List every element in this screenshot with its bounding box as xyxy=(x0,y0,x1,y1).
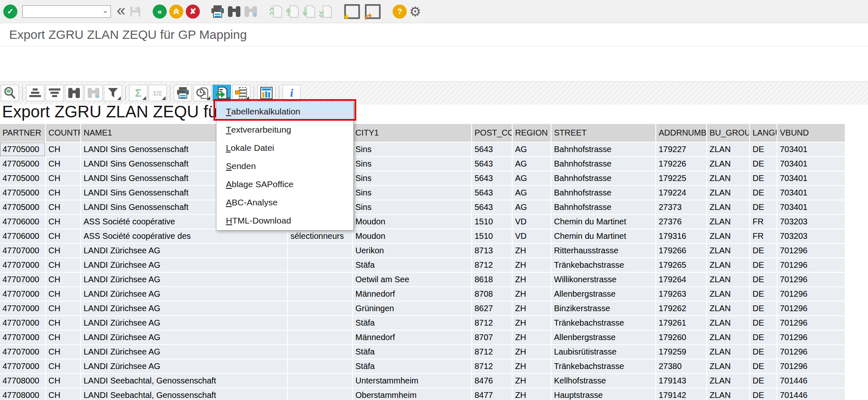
table-cell[interactable]: 179259 xyxy=(656,345,707,359)
table-cell[interactable]: 701296 xyxy=(777,287,845,301)
table-cell[interactable]: ZLAN xyxy=(707,374,750,388)
table-cell[interactable]: ZLAN xyxy=(707,243,750,258)
table-cell[interactable]: DE xyxy=(750,171,777,186)
table-cell[interactable]: ZH xyxy=(512,301,551,316)
table-cell[interactable]: CH xyxy=(46,330,81,345)
table-cell[interactable]: ZLAN xyxy=(707,214,750,229)
table-cell[interactable]: ZLAN xyxy=(707,186,750,200)
table-cell[interactable]: Laubisrütistrasse xyxy=(551,345,656,359)
table-cell[interactable]: AG xyxy=(512,186,551,200)
table-cell[interactable]: DE xyxy=(750,272,777,287)
menu-item-lokale-datei[interactable]: Lokale Datei xyxy=(216,139,353,157)
table-cell[interactable]: CH xyxy=(46,243,81,258)
table-cell[interactable] xyxy=(288,301,352,316)
table-cell[interactable]: 179226 xyxy=(656,157,707,171)
table-cell[interactable]: LANDI Zürichsee AG xyxy=(81,359,288,374)
table-cell[interactable]: 701296 xyxy=(777,330,845,345)
table-cell[interactable]: ZLAN xyxy=(707,388,750,400)
print-button[interactable] xyxy=(211,5,225,19)
table-cell[interactable]: sélectionneurs xyxy=(288,229,352,243)
table-cell[interactable]: Oberstammheim xyxy=(352,388,472,400)
table-cell[interactable]: 47707000 xyxy=(0,359,46,374)
new-session-icon[interactable]: ★ xyxy=(344,4,360,19)
create-shortcut-icon[interactable] xyxy=(365,4,381,19)
table-cell[interactable]: AG xyxy=(512,142,551,157)
table-cell[interactable]: 27376 xyxy=(656,214,707,229)
table-cell[interactable]: Sins xyxy=(352,200,472,214)
column-header[interactable]: ADDRNUMBER xyxy=(656,124,707,142)
table-cell[interactable]: 179224 xyxy=(656,186,707,200)
table-cell[interactable]: 8712 xyxy=(472,345,512,359)
table-cell[interactable]: 8627 xyxy=(472,301,512,316)
column-header[interactable]: PARTNER xyxy=(0,124,46,142)
table-cell[interactable]: Tränkebachstrasse xyxy=(551,316,656,330)
table-cell[interactable]: DE xyxy=(750,316,777,330)
find-next-button[interactable]: + xyxy=(84,85,103,101)
table-cell[interactable]: CH xyxy=(46,345,81,359)
table-cell[interactable]: Oetwil am See xyxy=(352,272,472,287)
table-cell[interactable]: ZH xyxy=(512,330,551,345)
find-button[interactable] xyxy=(65,85,83,101)
table-cell[interactable]: ZLAN xyxy=(707,330,750,345)
help-button[interactable]: ? xyxy=(393,5,407,19)
table-cell[interactable]: 47705000 xyxy=(0,200,46,214)
table-cell[interactable] xyxy=(288,316,352,330)
table-cell[interactable] xyxy=(288,330,352,345)
column-header[interactable]: LANGU xyxy=(750,124,777,142)
table-cell[interactable]: Sins xyxy=(352,157,472,171)
table-cell[interactable]: Kellhofstrasse xyxy=(551,374,656,388)
table-cell[interactable]: VD xyxy=(512,229,551,243)
table-cell[interactable]: Bahnhofstrasse xyxy=(551,157,656,171)
table-cell[interactable]: 47705000 xyxy=(0,186,46,200)
print-button-alv[interactable] xyxy=(174,85,192,101)
table-cell[interactable]: 8707 xyxy=(472,330,512,345)
table-cell[interactable]: 27373 xyxy=(656,200,707,214)
table-cell[interactable]: 1510 xyxy=(472,214,512,229)
table-cell[interactable]: 703401 xyxy=(777,142,845,157)
table-cell[interactable]: 5643 xyxy=(472,200,512,214)
table-cell[interactable]: ZLAN xyxy=(707,272,750,287)
table-cell[interactable]: DE xyxy=(750,200,777,214)
table-cell[interactable]: Tränkebachstrasse xyxy=(551,359,656,374)
table-cell[interactable]: 179316 xyxy=(656,229,707,243)
table-cell[interactable]: AG xyxy=(512,200,551,214)
table-cell[interactable]: 703401 xyxy=(777,171,845,186)
column-header[interactable]: CITY1 xyxy=(352,124,472,142)
table-cell[interactable]: Allenbergstrasse xyxy=(551,287,656,301)
table-cell[interactable]: Grüningen xyxy=(352,301,472,316)
table-cell[interactable]: ZH xyxy=(512,287,551,301)
table-cell[interactable]: 8712 xyxy=(472,316,512,330)
table-cell[interactable]: 27380 xyxy=(656,359,707,374)
choose-layout-button[interactable] xyxy=(232,85,250,101)
table-cell[interactable]: 47708000 xyxy=(0,374,46,388)
table-cell[interactable]: 701296 xyxy=(777,316,845,330)
table-cell[interactable]: 701296 xyxy=(777,345,845,359)
table-cell[interactable]: ZLAN xyxy=(707,258,750,272)
table-cell[interactable]: 5643 xyxy=(472,171,512,186)
table-cell[interactable]: ZLAN xyxy=(707,301,750,316)
column-header[interactable]: VBUND xyxy=(777,124,845,142)
table-cell[interactable]: Bahnhofstrasse xyxy=(551,142,656,157)
table-cell[interactable]: 179225 xyxy=(656,171,707,186)
table-cell[interactable]: CH xyxy=(46,214,81,229)
table-cell[interactable] xyxy=(288,272,352,287)
table-cell[interactable]: 8712 xyxy=(472,258,512,272)
subtotal-button[interactable]: Σ/Σ xyxy=(149,85,167,101)
export-button[interactable] xyxy=(213,85,231,101)
table-cell[interactable]: 179263 xyxy=(656,287,707,301)
table-cell[interactable]: Chemin du Martinet xyxy=(551,229,656,243)
column-header[interactable]: POST_CODE1 xyxy=(472,124,512,142)
details-button[interactable] xyxy=(1,85,19,101)
table-cell[interactable]: 47707000 xyxy=(0,301,46,316)
table-cell[interactable]: Sins xyxy=(352,186,472,200)
sort-ascending-button[interactable] xyxy=(26,85,44,101)
table-cell[interactable]: DE xyxy=(750,258,777,272)
table-cell[interactable]: 701296 xyxy=(777,258,845,272)
table-cell[interactable]: LANDI Zürichsee AG xyxy=(81,243,288,258)
table-cell[interactable]: 47707000 xyxy=(0,287,46,301)
table-cell[interactable]: 179142 xyxy=(656,388,707,400)
table-cell[interactable]: 8708 xyxy=(472,287,512,301)
column-header[interactable]: REGION xyxy=(512,124,551,142)
table-cell[interactable]: ZH xyxy=(512,374,551,388)
table-cell[interactable] xyxy=(288,374,352,388)
